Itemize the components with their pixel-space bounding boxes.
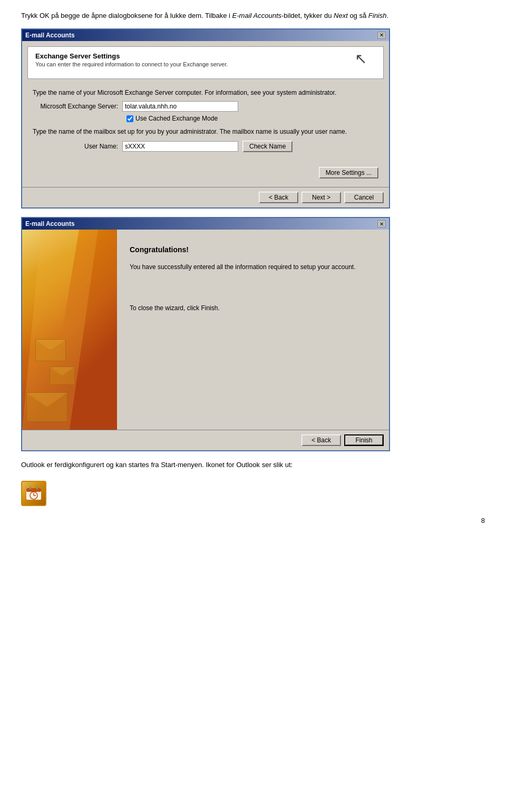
envelope-icon-3 [26,392,67,422]
page-number: 8 [21,517,485,524]
dialog2-buttons: < Back Finish [22,430,389,450]
server-label: Microsoft Exchange Server: [33,103,122,110]
more-settings-area: More Settings ... [27,164,384,182]
cached-mode-label: Use Cached Exchange Mode [135,115,218,122]
outlook-icon-svg [25,485,42,502]
intro-paragraph: Trykk OK på begge de åpne dialogboksene … [21,11,485,21]
congrats-right-panel: Congratulations! You have successfully e… [117,230,389,430]
dialog2-content: Congratulations! You have successfully e… [22,230,389,430]
cached-mode-checkbox[interactable] [126,115,133,122]
dialog1-form: Type the name of your Microsoft Exchange… [27,85,384,159]
congrats-title: Congratulations! [130,245,376,254]
svg-rect-1 [26,488,41,492]
outlook-icon [21,481,46,506]
dialog2-title: E-mail Accounts [25,220,75,227]
cached-mode-row: Use Cached Exchange Mode [126,115,378,122]
server-description: Type the name of your Microsoft Exchange… [33,88,378,97]
next-button[interactable]: Next > [301,192,341,203]
envelope-icon-1 [35,339,66,361]
server-input[interactable] [122,101,238,112]
dialog1-title: E-mail Accounts [25,32,75,39]
back-button-2[interactable]: < Back [301,434,341,446]
username-label: User Name: [33,143,122,150]
dialog1-subtext: You can enter the required information t… [35,61,228,67]
more-settings-button[interactable]: More Settings ... [319,167,378,179]
server-field-row: Microsoft Exchange Server: [33,101,378,112]
dialog1-buttons: < Back Next > Cancel [22,187,389,207]
dialog1-close-button[interactable]: ✕ [377,32,386,39]
svg-rect-6 [36,487,38,490]
dialog1-heading: Exchange Server Settings [35,52,228,60]
email-accounts-dialog-2: E-mail Accounts ✕ [21,217,390,451]
dialog2-titlebar: E-mail Accounts ✕ [22,218,389,230]
svg-rect-5 [30,487,31,490]
dialog1-header: Exchange Server Settings You can enter t… [27,46,384,79]
back-button-1[interactable]: < Back [259,192,298,203]
cursor-icon-area [355,52,376,73]
cancel-button-1[interactable]: Cancel [344,192,384,203]
dialog1-titlebar: E-mail Accounts ✕ [22,29,389,41]
email-accounts-dialog-1: E-mail Accounts ✕ Exchange Server Settin… [21,28,390,209]
username-field-row: User Name: Check Name [33,141,378,152]
congrats-left-panel [22,230,117,430]
finish-button[interactable]: Finish [344,434,384,446]
envelope-icon-2 [50,367,75,385]
congrats-text: You have successfully entered all the in… [130,262,376,272]
dialog1-content: Exchange Server Settings You can enter t… [22,41,389,187]
username-input[interactable] [122,141,238,152]
dialog2-close-button[interactable]: ✕ [377,220,386,227]
congrats-finish-text: To close the wizard, click Finish. [130,303,376,313]
outro-paragraph: Outlook er ferdigkonfigurert og kan star… [21,460,485,470]
cursor-icon [355,52,372,69]
dialog1-header-text: Exchange Server Settings You can enter t… [35,52,228,67]
check-name-button[interactable]: Check Name [242,141,293,152]
username-description: Type the name of the mailbox set up for … [33,127,378,136]
outlook-icon-container [21,481,485,506]
